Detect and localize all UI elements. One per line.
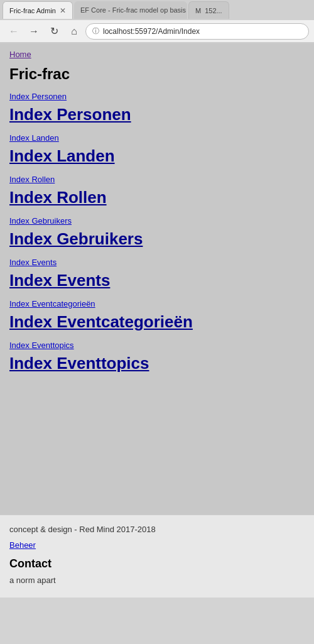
tab-label: EF Core - Fric-frac model op basis v... [80, 6, 187, 14]
small-link-events[interactable]: Index Events [9, 258, 305, 267]
nav-section-rollen: Index Rollen Index Rollen [9, 175, 305, 207]
footer-tagline: a norm apart [9, 576, 305, 585]
large-link-eventcategorieen[interactable]: Index Eventcategorieën [9, 312, 305, 332]
nav-section-eventcategorieen: Index Eventcategorieën Index Eventcatego… [9, 299, 305, 332]
nav-section-events: Index Events Index Events [9, 258, 305, 290]
address-bar[interactable]: ⓘ localhost:55972/Admin/Index [85, 23, 309, 40]
large-link-landen[interactable]: Index Landen [9, 146, 305, 166]
back-button[interactable]: ← [5, 23, 23, 40]
info-icon: ⓘ [92, 26, 99, 36]
tab-label: Fric-frac Admin [9, 7, 56, 14]
tab-label: M [195, 7, 201, 14]
small-link-personen[interactable]: Index Personen [9, 92, 305, 101]
footer-credit: concept & design - Red Mind 2017-2018 [9, 525, 305, 534]
home-button[interactable]: ⌂ [65, 23, 83, 40]
tab-ef-core[interactable]: EF Core - Fric-frac model op basis v... … [74, 1, 187, 19]
small-link-eventcategorieen[interactable]: Index Eventcategorieën [9, 299, 305, 308]
nav-section-gebruikers: Index Gebruikers Index Gebruikers [9, 216, 305, 249]
large-link-personen[interactable]: Index Personen [9, 105, 305, 124]
nav-section-landen: Index Landen Index Landen [9, 133, 305, 166]
reload-button[interactable]: ↻ [45, 23, 63, 40]
tab-close-icon[interactable]: ✕ [60, 6, 66, 15]
small-link-gebruikers[interactable]: Index Gebruikers [9, 216, 305, 226]
large-link-gebruikers[interactable]: Index Gebruikers [9, 229, 305, 249]
page-content: Home Fric-frac Index Personen Index Pers… [0, 43, 314, 515]
home-link[interactable]: Home [9, 50, 305, 59]
beheer-link[interactable]: Beheer [9, 540, 305, 550]
small-link-rollen[interactable]: Index Rollen [9, 175, 305, 184]
tab-extra: 152... [205, 7, 222, 14]
large-link-events[interactable]: Index Events [9, 271, 305, 290]
forward-button[interactable]: → [25, 23, 43, 40]
tab-gmail[interactable]: M 152... [188, 1, 229, 19]
large-link-eventtopics[interactable]: Index Eventtopics [9, 354, 305, 373]
small-link-eventtopics[interactable]: Index Eventtopics [9, 341, 305, 350]
tab-bar: Fric-frac Admin ✕ EF Core - Fric-frac mo… [0, 0, 314, 20]
small-link-landen[interactable]: Index Landen [9, 133, 305, 143]
contact-title: Contact [9, 557, 305, 570]
address-text: localhost:55972/Admin/Index [103, 27, 200, 36]
nav-section-eventtopics: Index Eventtopics Index Eventtopics [9, 341, 305, 373]
browser-chrome: Fric-frac Admin ✕ EF Core - Fric-frac mo… [0, 0, 314, 43]
site-title: Fric-frac [9, 65, 305, 83]
tab-fric-frac-admin[interactable]: Fric-frac Admin ✕ [3, 1, 73, 19]
footer: concept & design - Red Mind 2017-2018 Be… [0, 515, 314, 598]
large-link-rollen[interactable]: Index Rollen [9, 188, 305, 207]
nav-bar: ← → ↻ ⌂ ⓘ localhost:55972/Admin/Index [0, 20, 314, 43]
nav-section-personen: Index Personen Index Personen [9, 92, 305, 124]
